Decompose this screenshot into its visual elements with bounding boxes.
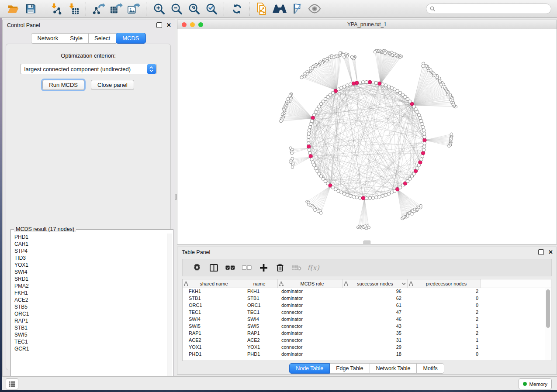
column-header-name[interactable]: name — [241, 279, 278, 288]
tab-node-table[interactable]: Node Table — [289, 363, 330, 374]
table-row[interactable]: SWI4SWI4dominator462 — [183, 316, 551, 323]
create-column-icon[interactable] — [255, 264, 272, 272]
clone-network-icon[interactable] — [255, 2, 270, 16]
graph-node — [368, 196, 371, 199]
table-row[interactable]: PHD1PHD1dominator180 — [183, 351, 551, 358]
search-input[interactable] — [436, 5, 551, 12]
graph-node — [362, 81, 365, 84]
table-row[interactable]: SWI5SWI5connector431 — [183, 323, 551, 330]
mcds-result-item[interactable]: RAP1 — [12, 317, 167, 324]
export-network-icon[interactable] — [91, 2, 106, 16]
delete-column-trash-icon[interactable] — [272, 264, 288, 272]
mcds-list-scrollbar[interactable] — [167, 234, 172, 389]
refresh-view-icon[interactable] — [229, 2, 244, 16]
show-column-panel-icon[interactable] — [205, 264, 222, 272]
graph-node — [423, 142, 426, 145]
import-table-icon[interactable] — [66, 2, 81, 16]
mcds-result-item[interactable]: YOX1 — [12, 261, 167, 268]
mcds-result-item[interactable]: STB1 — [12, 324, 167, 331]
optimization-criterion-select[interactable]: largest connected component (undirected) — [20, 64, 157, 74]
task-history-button[interactable] — [6, 378, 18, 389]
run-mcds-button[interactable]: Run MCDS — [42, 80, 84, 90]
first-neighbors-icon[interactable] — [272, 2, 287, 16]
mcds-result-item[interactable]: SRD1 — [12, 275, 167, 282]
graph-node — [346, 193, 349, 196]
memory-button[interactable]: Memory — [519, 378, 552, 389]
table-row[interactable]: YOX1YOX1connector291 — [183, 344, 551, 351]
close-table-panel-icon[interactable]: ✕ — [548, 250, 553, 254]
close-window-icon[interactable]: ✕ — [166, 23, 171, 28]
tab-network-table[interactable]: Network Table — [370, 363, 417, 374]
tab-edge-table[interactable]: Edge Table — [329, 363, 370, 374]
open-file-icon[interactable] — [6, 2, 21, 16]
import-network-icon[interactable] — [48, 2, 63, 16]
table-panel-title: Table Panel — [177, 247, 557, 258]
table-row[interactable]: RAP1RAP1dominator352 — [183, 330, 551, 337]
close-panel-button[interactable]: Close panel — [91, 80, 134, 90]
zoom-out-icon[interactable] — [169, 2, 184, 16]
export-image-icon[interactable] — [126, 2, 141, 16]
tab-style[interactable]: Style — [64, 33, 89, 44]
graph-node — [307, 135, 310, 138]
network-window-titlebar: YPA_prune.txt_1 — [177, 20, 557, 30]
cell-predecessor-nodes: 0 — [408, 296, 481, 301]
column-header-predecessor-nodes[interactable]: predecessor nodes — [408, 279, 481, 288]
select-stepper-icon — [147, 64, 156, 74]
zoom-selected-icon[interactable] — [204, 2, 219, 16]
column-header-successor-nodes[interactable]: successor nodes — [343, 279, 408, 288]
mcds-result-item[interactable]: FKH1 — [12, 289, 167, 296]
column-header-MCDS-role[interactable]: MCDS role — [278, 279, 343, 288]
network-canvas[interactable] — [177, 29, 557, 244]
float-window-icon[interactable] — [156, 22, 162, 28]
table-header-row: shared namenameMCDS rolesuccessor nodesp… — [183, 279, 551, 288]
graph-node — [390, 86, 393, 89]
graph-node — [419, 204, 422, 207]
table-row[interactable]: ACE2ACE2connector311 — [183, 337, 551, 344]
table-scrollbar-thumb[interactable] — [546, 289, 550, 328]
table-row[interactable]: FKH1FKH1dominator962 — [183, 288, 551, 295]
mcds-result-item[interactable]: PMA2 — [12, 282, 167, 289]
select-all-columns-icon[interactable] — [222, 265, 239, 270]
zoom-fit-icon[interactable] — [187, 2, 201, 16]
table-row[interactable]: ORC1ORC1dominator610 — [183, 302, 551, 309]
table-settings-gear-icon[interactable] — [189, 264, 205, 272]
flag-toggle-icon[interactable] — [290, 2, 304, 16]
toolbar-separator — [146, 2, 147, 16]
mcds-result-item[interactable]: PHD1 — [12, 234, 167, 241]
mcds-result-item[interactable]: GCR1 — [12, 345, 167, 352]
mcds-result-item[interactable]: ORC1 — [12, 310, 167, 317]
table-toolbar: f(x) — [182, 259, 552, 276]
tab-network[interactable]: Network — [31, 33, 64, 44]
column-header-shared-name[interactable]: shared name — [183, 279, 241, 288]
mcds-result-item[interactable]: TEC1 — [12, 338, 167, 345]
zoom-in-icon[interactable] — [152, 2, 166, 16]
mcds-result-list[interactable]: PHD1CAR1STP4TID3YOX1SWI4SRD1PMA2FKH1ACE2… — [12, 234, 167, 389]
cell-predecessor-nodes: 2 — [408, 330, 481, 336]
tab-mcds[interactable]: MCDS — [116, 33, 145, 44]
deselect-all-columns-icon[interactable] — [239, 265, 255, 270]
graph-node — [350, 55, 353, 58]
export-table-icon[interactable] — [109, 2, 124, 16]
cell-name: ORC1 — [241, 303, 278, 308]
mcds-result-item[interactable]: ACE2 — [12, 296, 167, 303]
table-row[interactable]: STB1STB1dominator620 — [183, 295, 551, 302]
graph-node — [367, 226, 370, 229]
show-hidden-eye-icon[interactable] — [307, 2, 322, 16]
mcds-result-item[interactable]: SWI5 — [12, 331, 167, 338]
horizontal-splitter-handle[interactable] — [363, 241, 370, 244]
tab-select[interactable]: Select — [88, 33, 116, 44]
function-builder-icon-disabled: f(x) — [305, 264, 322, 272]
float-table-panel-icon[interactable] — [538, 249, 544, 255]
table-scrollbar[interactable] — [545, 288, 550, 360]
mcds-result-item[interactable]: STP4 — [12, 248, 167, 254]
tab-motifs[interactable]: Motifs — [416, 363, 444, 374]
mcds-result-item[interactable]: CAR1 — [12, 241, 167, 248]
mcds-result-item[interactable]: SWI4 — [12, 268, 167, 275]
mcds-result-item[interactable]: STB5 — [12, 303, 167, 310]
column-type-icon — [344, 282, 348, 286]
save-session-icon[interactable] — [23, 2, 38, 16]
search-box[interactable] — [426, 3, 551, 14]
table-row[interactable]: TEC1TEC1connector472 — [183, 309, 551, 316]
cell-successor-nodes: 35 — [343, 330, 408, 336]
mcds-result-item[interactable]: TID3 — [12, 254, 167, 261]
